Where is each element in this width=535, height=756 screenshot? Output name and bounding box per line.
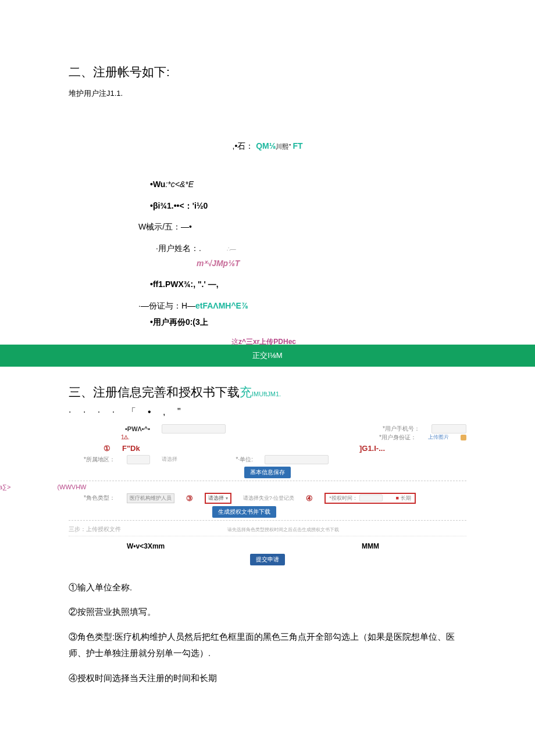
auth-time-input[interactable] [359,495,383,501]
circled-4: ④ [306,494,313,503]
callout-right: ]G1.I-... [359,444,385,453]
dropdown-label: 请选择 [208,495,224,501]
section-3-title-char: 充 [240,385,252,399]
pre-4-text: 请选择失业?·位登记类 [243,495,295,502]
callout-1-num: ① [104,444,110,453]
wu-prefix: •Wu [150,180,165,189]
upload-mid: z^三xr上传 [238,338,273,346]
section-2-title: 二、注册帐号如下: [69,64,466,80]
form-zone: •PWΛ•^• *用户手机号： 1∆. *用户身份证： 上传图片 ① F"Dk … [69,424,466,536]
save-basic-button[interactable]: 基本信息保存 [244,467,291,478]
callout-1-text: F"Dk [122,444,140,453]
stone-ft: FT [293,141,302,151]
section-3-title-main: 三、注册信息完善和授权书下载 [69,385,240,399]
pwa-label: •PWΛ•^• [115,425,150,432]
step-3-row: 三步：上传授权文件 请先选择角色类型授权时间之后点击生成授权文书下载 [69,523,466,536]
role-label: *角色类型： [80,494,115,502]
wu-italic: :*c<&*E [165,180,194,189]
section-3-title: 三、注册信息完善和授权书下载充IMUftJM1. [69,384,466,400]
unit-input[interactable] [265,455,329,464]
id-teal: etFAΛMH^E⅞ [195,301,248,310]
generate-auth-button[interactable]: 生成授权文书并下载 [212,506,276,518]
pwa-input[interactable] [162,424,226,433]
ocr-line-bi: •βi¾1.••<：'i½0 [150,199,466,212]
step3-hint: 请先选择角色类型授权时间之后点击生成授权文书下载 [227,527,339,532]
red-box-authtime[interactable]: *授权时间： ■ 长期 [324,493,415,504]
stone-teal: QM⅛ [256,141,276,151]
step3-label: 三步：上传授权文件 [69,526,121,532]
ocr-line-username: ·用户姓名：. ∴— [156,242,466,255]
region-label: *所属地区： [80,456,115,464]
role-value[interactable]: 医疗机构维护人员 [127,493,174,503]
step2-right: (WWVHW [57,483,86,490]
step2-left: a∑> [0,483,10,490]
id-prefix: ·—份证与：H— [138,301,195,310]
ocr-line-id: ·—份证与：H—etFAΛMH^E⅞ [138,299,466,312]
auth-time-label: *授权时间： [329,495,358,501]
circled-3: ③ [186,494,193,503]
bottom-right: MMM [362,542,379,550]
region-placeholder: 请选择 [162,456,177,463]
instruction-3: ③角色类型:医疗机构维护人员然后把红色框里面的黑色三角点开全部勾选上（如果是医院… [69,629,466,662]
pwa-sub: 1∆. [121,434,129,440]
bottom-left: W•v<3Xmm [127,542,165,550]
long-term-label: 长期 [401,495,411,501]
stone-suffix: 川熙" [276,143,293,150]
upload-link[interactable]: 上传图片 [428,433,449,441]
section-3-title-small: IMUftJM1. [252,390,281,397]
username-label: ·用户姓名：. [156,243,201,253]
instruction-4: ④授权时间选择当天注册的时间和长期 [69,670,466,687]
phone-label: *用户手机号： [383,425,420,433]
dot-row: · · · · 「 • , " [69,406,466,418]
ocr-line-stone: ,•石： QM⅛川熙" FT [69,139,466,152]
username-asc: ∴— [227,246,236,252]
ocr-line-wxi: W械示/五：—• [138,220,466,233]
ocr-line-ff1: •ff1.PWX¾:, ".' —, [150,278,466,291]
submit-bar[interactable]: 正交I⅛M [0,345,535,367]
region-select[interactable] [127,455,150,464]
submit-apply-button[interactable]: 提交申请 [250,554,285,565]
unit-label: *·单位: [218,456,253,464]
ocr-line-wu: •Wu:*c<&*E [150,178,466,191]
phone-input[interactable] [431,424,466,433]
instruction-2: ②按照营业执照填写。 [69,604,466,621]
ocr-line-user-re: •用户再份0:(3上 [150,316,466,328]
red-box-dropdown[interactable]: 请选择 ▾ [205,493,231,504]
ocr-m-jmp: mˣ√JMp⅛T [197,257,466,270]
stone-prefix: ,•石： [233,141,254,151]
bottom-labels: W•v<3Xmm MMM [69,542,466,550]
section-2-subline: 堆护用户注J1.1. [69,88,466,99]
upload-suffix: PDHec [273,338,296,346]
chevron-down-icon: ▾ [226,496,228,501]
upload-prefix: 这 [231,338,238,346]
instruction-1: ①输入单位全称. [69,579,466,596]
upload-icon [461,435,466,440]
idcard-label: *用户身份证： [379,433,416,442]
